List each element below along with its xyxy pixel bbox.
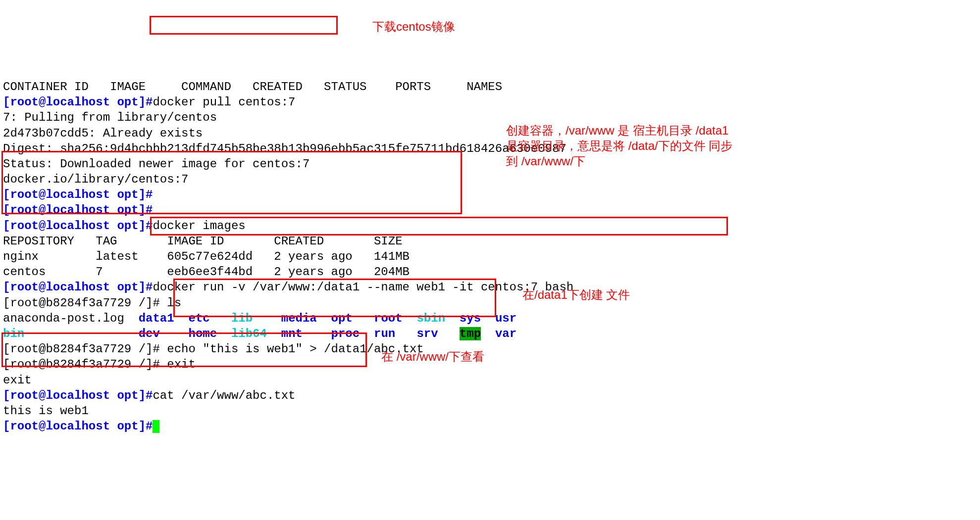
prompt: [root@localhost opt]# <box>3 95 153 109</box>
ls-dir: srv <box>416 327 438 340</box>
prompt: [root@localhost opt]# <box>3 389 153 402</box>
ls-plain: anaconda-post.log <box>3 312 139 325</box>
ls-dir: data1 <box>139 312 174 325</box>
ls-dir: mnt <box>281 327 303 340</box>
images-row: nginx latest 605c77e624dd 2 years ago 14… <box>3 250 410 263</box>
prompt: [root@localhost opt]# <box>3 281 153 294</box>
ls-dir: run <box>374 327 395 340</box>
ls-dir: proc <box>331 327 360 340</box>
ls-tmp: tmp <box>460 327 481 340</box>
images-header: REPOSITORY TAG IMAGE ID CREATED SIZE <box>3 235 403 248</box>
output-line: exit <box>3 374 32 387</box>
ls-link: lib <box>231 312 253 325</box>
ls-link: lib64 <box>231 327 267 340</box>
docker-ps-header: CONTAINER ID IMAGE COMMAND CREATED STATU… <box>3 80 502 94</box>
container-prompt: [root@b8284f3a7729 /]# <box>3 296 167 310</box>
prompt: [root@localhost opt]# <box>3 219 153 233</box>
ls-dir: var <box>495 327 516 340</box>
cursor-icon[interactable] <box>153 420 159 433</box>
command[interactable]: echo "this is web1" > /data1/abc.txt <box>167 342 423 356</box>
ls-dir: home <box>188 327 217 340</box>
ls-dir: opt <box>331 312 353 325</box>
images-row: centos 7 eeb6ee3f44bd 2 years ago 204MB <box>3 265 410 279</box>
output-line: Digest: sha256:9d4bcbbb213dfd745b58be38b… <box>3 142 567 155</box>
ls-dir: root <box>374 312 403 325</box>
command[interactable]: docker run -v /var/www:/data1 --name web… <box>153 281 573 294</box>
output-line: this is web1 <box>3 404 89 418</box>
highlight-box <box>150 16 338 35</box>
command[interactable]: docker images <box>153 219 245 233</box>
prompt: [root@localhost opt]# <box>3 420 153 433</box>
container-prompt: [root@b8284f3a7729 /]# <box>3 358 167 371</box>
prompt: [root@localhost opt]# <box>3 188 153 201</box>
annotation: 下载centos镜像 <box>372 19 455 34</box>
command[interactable]: exit <box>167 358 196 371</box>
command[interactable]: ls <box>167 296 181 310</box>
ls-link: bin <box>3 327 24 340</box>
ls-dir: sys <box>460 312 481 325</box>
ls-link: sbin <box>416 312 445 325</box>
ls-dir: etc <box>188 312 209 325</box>
output-line: Status: Downloaded newer image for cento… <box>3 157 309 171</box>
ls-dir: usr <box>495 312 516 325</box>
ls-dir: media <box>281 312 317 325</box>
container-prompt: [root@b8284f3a7729 /]# <box>3 342 167 356</box>
prompt: [root@localhost opt]# <box>3 203 153 217</box>
output-line: 2d473b07cdd5: Already exists <box>3 127 203 140</box>
command[interactable]: cat /var/www/abc.txt <box>153 389 295 402</box>
command[interactable]: docker pull centos:7 <box>153 95 295 109</box>
output-line: 7: Pulling from library/centos <box>3 111 217 124</box>
ls-dir: dev <box>139 327 160 340</box>
terminal-output: CONTAINER ID IMAGE COMMAND CREATED STATU… <box>3 64 977 434</box>
output-line: docker.io/library/centos:7 <box>3 173 188 186</box>
